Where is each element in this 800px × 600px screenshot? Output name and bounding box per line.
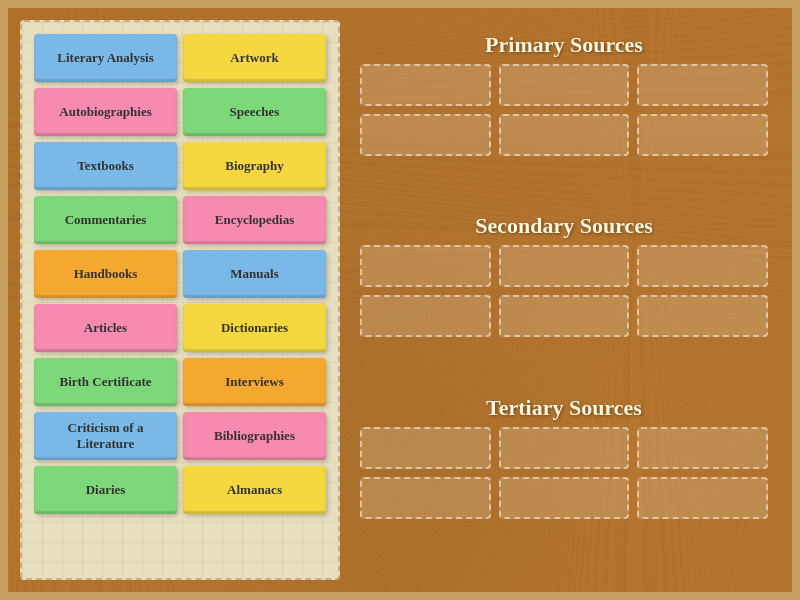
- sticky-note-biography[interactable]: Biography: [183, 142, 326, 190]
- primary-drop-grid: [356, 64, 772, 156]
- secondary-sources-section: Secondary Sources: [356, 209, 772, 390]
- sticky-note-encyclopedias[interactable]: Encyclopedias: [183, 196, 326, 244]
- sticky-note-literary-analysis[interactable]: Literary Analysis: [34, 34, 177, 82]
- sticky-note-speeches[interactable]: Speeches: [183, 88, 326, 136]
- primary-drop-2[interactable]: [499, 64, 630, 106]
- sticky-note-interviews[interactable]: Interviews: [183, 358, 326, 406]
- sticky-note-commentaries[interactable]: Commentaries: [34, 196, 177, 244]
- sticky-note-artwork[interactable]: Artwork: [183, 34, 326, 82]
- tertiary-sources-title: Tertiary Sources: [356, 395, 772, 421]
- tertiary-drop-2[interactable]: [499, 427, 630, 469]
- primary-drop-3[interactable]: [637, 64, 768, 106]
- primary-drop-6[interactable]: [637, 114, 768, 156]
- secondary-drop-5[interactable]: [499, 295, 630, 337]
- right-panel: Primary Sources Secondary Sources: [348, 20, 780, 580]
- sticky-note-manuals[interactable]: Manuals: [183, 250, 326, 298]
- sticky-note-diaries[interactable]: Diaries: [34, 466, 177, 514]
- sticky-note-almanacs[interactable]: Almanacs: [183, 466, 326, 514]
- tertiary-drop-6[interactable]: [637, 477, 768, 519]
- primary-drop-5[interactable]: [499, 114, 630, 156]
- sticky-note-dictionaries[interactable]: Dictionaries: [183, 304, 326, 352]
- secondary-drop-1[interactable]: [360, 245, 491, 287]
- tertiary-sources-section: Tertiary Sources: [356, 391, 772, 572]
- secondary-drop-6[interactable]: [637, 295, 768, 337]
- secondary-drop-grid: [356, 245, 772, 337]
- notes-grid: Literary AnalysisArtworkAutobiographiesS…: [30, 30, 330, 518]
- secondary-sources-title: Secondary Sources: [356, 213, 772, 239]
- tertiary-drop-1[interactable]: [360, 427, 491, 469]
- sticky-note-articles[interactable]: Articles: [34, 304, 177, 352]
- sticky-note-birth-certificate[interactable]: Birth Certificate: [34, 358, 177, 406]
- primary-drop-4[interactable]: [360, 114, 491, 156]
- sticky-note-handbooks[interactable]: Handbooks: [34, 250, 177, 298]
- secondary-drop-2[interactable]: [499, 245, 630, 287]
- sticky-note-autobiographies[interactable]: Autobiographies: [34, 88, 177, 136]
- tertiary-drop-3[interactable]: [637, 427, 768, 469]
- sticky-note-textbooks[interactable]: Textbooks: [34, 142, 177, 190]
- notes-panel: Literary AnalysisArtworkAutobiographiesS…: [20, 20, 340, 580]
- tertiary-drop-4[interactable]: [360, 477, 491, 519]
- tertiary-drop-grid: [356, 427, 772, 519]
- tertiary-drop-5[interactable]: [499, 477, 630, 519]
- sticky-note-bibliographies[interactable]: Bibliographies: [183, 412, 326, 460]
- app-container: Literary AnalysisArtworkAutobiographiesS…: [0, 0, 800, 600]
- primary-sources-section: Primary Sources: [356, 28, 772, 209]
- sticky-note-criticism-literature[interactable]: Criticism of a Literature: [34, 412, 177, 460]
- primary-sources-title: Primary Sources: [356, 32, 772, 58]
- primary-drop-1[interactable]: [360, 64, 491, 106]
- secondary-drop-3[interactable]: [637, 245, 768, 287]
- secondary-drop-4[interactable]: [360, 295, 491, 337]
